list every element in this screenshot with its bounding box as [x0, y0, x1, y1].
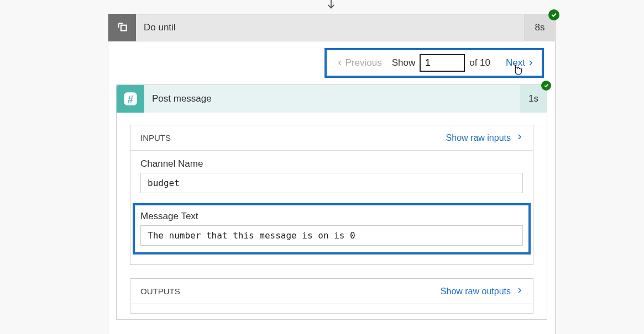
svg-rect-0 — [121, 25, 127, 31]
success-badge-icon — [548, 9, 559, 20]
success-badge-icon — [541, 81, 551, 91]
inputs-heading: INPUTS — [140, 133, 171, 142]
svg-text:#: # — [128, 93, 134, 105]
do-until-header[interactable]: Do until 8s — [108, 14, 556, 41]
hash-icon: # — [117, 85, 144, 113]
pager-next-label: Next — [506, 57, 525, 68]
show-raw-inputs-label: Show raw inputs — [446, 133, 511, 143]
do-until-body: Previous Show of 10 Next — [108, 41, 556, 334]
inputs-section: INPUTS Show raw inputs Channel Name budg… — [130, 125, 533, 265]
message-text-label: Message Text — [140, 211, 523, 222]
pager-show-label: Show — [392, 57, 416, 68]
pager-next-button[interactable]: Next — [506, 57, 534, 68]
post-message-header[interactable]: # Post message 1s — [117, 85, 547, 113]
show-raw-inputs-link[interactable]: Show raw inputs — [446, 132, 523, 144]
message-text-highlight: Message Text The number that this messag… — [133, 203, 531, 255]
post-message-body: INPUTS Show raw inputs Channel Name budg… — [117, 113, 547, 319]
pager-previous-button: Previous — [337, 57, 382, 68]
show-raw-outputs-link[interactable]: Show raw outputs — [441, 285, 523, 297]
flow-arrow-down-icon — [325, 0, 337, 14]
chevron-right-icon — [516, 132, 523, 144]
outputs-section: OUTPUTS Show raw outputs — [130, 278, 533, 314]
pager-highlight: Previous Show of 10 Next — [324, 48, 544, 78]
outputs-heading: OUTPUTS — [140, 287, 180, 296]
chevron-right-icon — [516, 285, 523, 297]
pager-previous-label: Previous — [345, 57, 382, 68]
pager-page-input[interactable] — [420, 54, 465, 72]
post-message-card: # Post message 1s INPUTS Show raw inputs — [116, 84, 547, 320]
do-until-title: Do until — [136, 22, 524, 33]
message-text-value: The number that this message is on is 0 — [140, 225, 523, 246]
outputs-header: OUTPUTS Show raw outputs — [130, 279, 533, 304]
pager-wrap: Previous Show of 10 Next — [108, 41, 555, 84]
flow-container: Do until 8s Previous Show of 10 Next — [108, 14, 556, 334]
post-message-title: Post message — [144, 93, 520, 104]
inputs-content: Channel Name budget Message Text The num… — [130, 151, 533, 264]
channel-name-value: budget — [140, 173, 523, 193]
pager-of-text: of 10 — [469, 57, 490, 68]
inputs-header: INPUTS Show raw inputs — [130, 125, 533, 151]
do-until-icon — [108, 14, 136, 41]
show-raw-outputs-label: Show raw outputs — [441, 287, 511, 296]
channel-name-label: Channel Name — [140, 158, 523, 169]
